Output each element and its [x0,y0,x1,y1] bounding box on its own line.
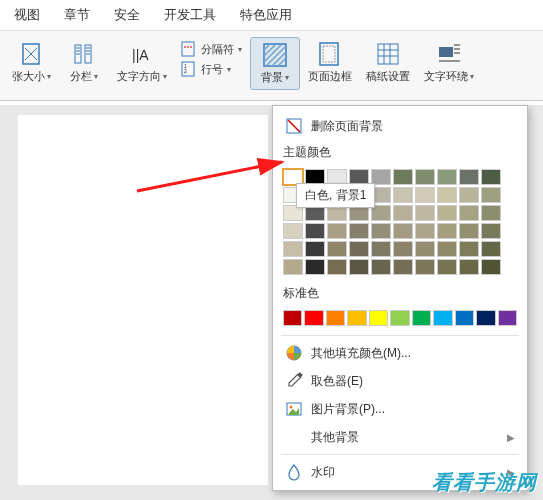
color-swatch[interactable] [326,310,345,326]
page-size-icon [19,41,45,67]
svg-line-28 [288,120,300,132]
color-swatch[interactable] [371,223,391,239]
textwrap-button[interactable]: 文字环绕▾ [418,37,480,88]
color-swatch[interactable] [437,187,457,203]
caret-icon: ▾ [470,72,474,81]
linenum-label: 行号 [201,62,223,77]
color-swatch[interactable] [347,310,366,326]
theme-colors-label: 主题颜色 [273,140,527,165]
color-swatch[interactable] [390,310,409,326]
picture-icon [285,400,303,418]
page-border-icon [317,41,343,67]
color-swatch[interactable] [305,241,325,257]
columns-button[interactable]: 分栏▾ [59,37,109,88]
manuscript-label: 稿纸设置 [366,69,410,84]
color-swatch[interactable] [393,259,413,275]
color-swatch[interactable] [327,259,347,275]
page-size-button[interactable]: 张大小▾ [6,37,57,88]
color-swatch[interactable] [305,259,325,275]
color-swatch[interactable] [481,205,501,221]
svg-text:2: 2 [184,68,187,74]
color-swatch[interactable] [481,187,501,203]
color-swatch[interactable] [283,223,303,239]
page-size-label: 张大小 [12,69,45,84]
color-swatch[interactable] [437,241,457,257]
watermark-label: 水印 [311,464,335,481]
color-swatch[interactable] [327,241,347,257]
color-swatch[interactable] [459,169,479,185]
separator-button[interactable]: 分隔符▾ [181,41,242,57]
picture-background-item[interactable]: 图片背景(P)... [273,395,527,423]
color-swatch[interactable] [459,187,479,203]
color-swatch[interactable] [415,169,435,185]
small-tool-stack: 分隔符▾ 12 行号▾ [175,37,248,81]
menu-chapter[interactable]: 章节 [64,6,90,24]
textwrap-label: 文字环绕 [424,69,468,84]
menu-security[interactable]: 安全 [114,6,140,24]
svg-rect-22 [439,47,453,57]
color-swatch[interactable] [433,310,452,326]
color-swatch[interactable] [327,223,347,239]
more-fill-colors-item[interactable]: 其他填充颜色(M)... [273,339,527,367]
color-swatch[interactable] [283,259,303,275]
color-swatch[interactable] [459,259,479,275]
other-background-label: 其他背景 [311,429,359,446]
color-swatch[interactable] [349,259,369,275]
remove-background-icon [285,117,303,135]
color-swatch[interactable] [459,223,479,239]
color-swatch[interactable] [415,187,435,203]
menu-view[interactable]: 视图 [14,6,40,24]
manuscript-button[interactable]: 稿纸设置 [360,37,416,88]
color-swatch[interactable] [393,205,413,221]
color-swatch[interactable] [371,259,391,275]
color-swatch[interactable] [437,223,457,239]
color-swatch[interactable] [349,241,369,257]
color-swatch[interactable] [481,169,501,185]
color-swatch[interactable] [349,223,369,239]
blank-icon [285,428,303,446]
background-button[interactable]: 背景▾ [250,37,300,90]
color-swatch[interactable] [481,259,501,275]
color-swatch[interactable] [415,223,435,239]
color-swatch[interactable] [412,310,431,326]
color-swatch[interactable] [283,241,303,257]
menu-devtools[interactable]: 开发工具 [164,6,216,24]
caret-icon: ▾ [238,45,242,54]
color-swatch[interactable] [459,241,479,257]
color-swatch[interactable] [305,223,325,239]
linenum-button[interactable]: 12 行号▾ [181,61,242,77]
site-watermark: 看看手游网 [432,469,537,496]
color-swatch[interactable] [437,169,457,185]
other-background-item[interactable]: 其他背景 ▶ [273,423,527,451]
color-swatch[interactable] [437,205,457,221]
text-direction-button[interactable]: ||A 文字方向▾ [111,37,173,88]
svg-text:||A: ||A [132,47,149,63]
color-swatch[interactable] [393,241,413,257]
color-swatch[interactable] [415,259,435,275]
color-swatch[interactable] [304,310,323,326]
color-swatch[interactable] [481,241,501,257]
eyedropper-item[interactable]: 取色器(E) [273,367,527,395]
remove-background-item[interactable]: 删除页面背景 [273,112,527,140]
color-swatch[interactable] [455,310,474,326]
page-border-button[interactable]: 页面边框 [302,37,358,88]
color-swatch[interactable] [369,310,388,326]
separator-icon [181,41,197,57]
color-swatch[interactable] [371,241,391,257]
document-page[interactable] [18,115,268,485]
color-swatch[interactable] [476,310,495,326]
menu-special[interactable]: 特色应用 [240,6,292,24]
color-swatch[interactable] [393,169,413,185]
color-swatch[interactable] [393,223,413,239]
color-swatch[interactable] [498,310,517,326]
color-swatch[interactable] [415,241,435,257]
color-swatch[interactable] [415,205,435,221]
color-swatch[interactable] [437,259,457,275]
caret-icon: ▾ [94,72,98,81]
svg-rect-17 [378,44,398,64]
color-swatch[interactable] [459,205,479,221]
color-swatch[interactable] [481,223,501,239]
color-tooltip: 白色, 背景1 [296,183,375,208]
color-swatch[interactable] [393,187,413,203]
color-swatch[interactable] [283,310,302,326]
